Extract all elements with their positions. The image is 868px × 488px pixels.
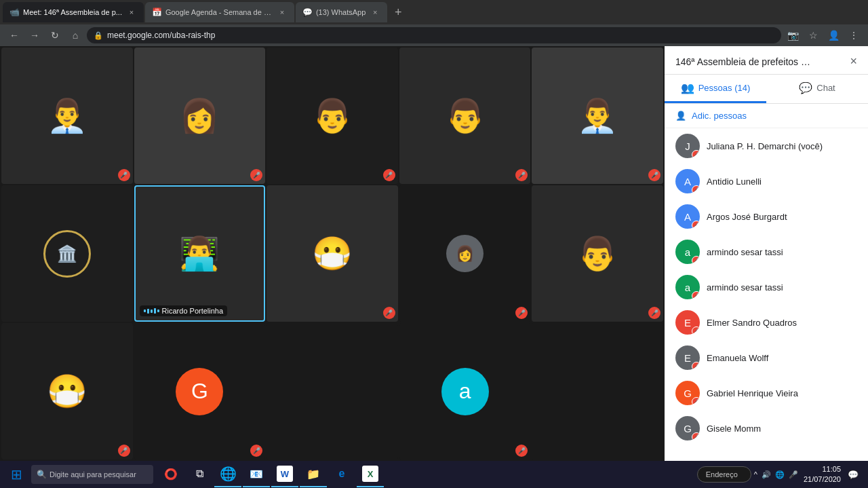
avatar-gisele: G 🎤 <box>675 416 700 440</box>
nav-icons-right: 📷 ☆ 👤 ⋮ <box>784 26 863 44</box>
tab-meet-title: Meet: 146ª Assembleia de p... <box>23 8 122 16</box>
taskbar-app-edge[interactable]: e <box>328 462 355 487</box>
excel-icon: X <box>362 466 378 482</box>
taskbar-app-word[interactable]: W <box>271 462 298 487</box>
address-text: meet.google.com/uba-rais-thp <box>107 31 215 40</box>
avatar-emanuela-initial: E <box>684 352 691 364</box>
person-name-antidio: Antidio Lunelli <box>707 176 857 187</box>
mute-badge-14: 🎤 <box>515 445 528 457</box>
speaker-name-label: Ricardo Portelinha <box>162 307 224 315</box>
network-icon[interactable]: 🌐 <box>775 470 785 479</box>
tab-meet-close[interactable]: × <box>126 7 137 18</box>
sound-bar-3 <box>151 309 153 313</box>
panel-close-button[interactable]: × <box>850 54 857 69</box>
new-tab-button[interactable]: + <box>389 3 408 22</box>
video-grid: 👨‍💼 🎤 👩 🎤 👨 🎤 👨 🎤 👨‍💼 🎤 🏛️ 👨‍💻 <box>0 46 665 461</box>
person-item-argos: A 🎤 Argos José Burgardt <box>665 199 868 234</box>
mute-badge-9: 🎤 <box>515 307 528 319</box>
avatar-orange: G <box>176 368 223 415</box>
address-field[interactable]: Endereço <box>697 466 751 483</box>
profile-icon[interactable]: 👤 <box>825 26 842 44</box>
person-item-armindo2: a 🎤 armindo sesar tassi <box>665 269 868 305</box>
mute-armindo2: 🎤 <box>692 291 700 299</box>
participant-photo-7: 👨‍💻 <box>136 187 264 320</box>
tray-chevron[interactable]: ^ <box>754 470 757 478</box>
person-name-gisele: Gisele Momm <box>707 424 857 434</box>
taskbar-app-taskview[interactable]: ⧉ <box>186 462 213 487</box>
explorer-icon: 📁 <box>305 466 321 482</box>
person-item-elmer: E 🎤 Elmer Sandro Quadros <box>665 305 868 340</box>
add-people-label: Adic. pessoas <box>692 111 747 121</box>
taskbar-app-outlook[interactable]: 📧 <box>243 462 270 487</box>
tab-chat[interactable]: 💬 Chat <box>766 75 868 103</box>
main-content: 👨‍💼 🎤 👩 🎤 👨 🎤 👨 🎤 👨‍💼 🎤 🏛️ 👨‍💻 <box>0 46 868 461</box>
avatar-argos: A 🎤 <box>675 204 700 229</box>
start-button[interactable]: ⊞ <box>3 462 30 487</box>
participant-photo-1: 👨‍💼 <box>1 48 133 184</box>
home-button[interactable]: ⌂ <box>66 26 84 44</box>
participant-photo-3: 👨 <box>267 48 398 184</box>
people-tab-label: Pessoas (14) <box>698 83 751 93</box>
sound-bar-5 <box>157 309 159 312</box>
tab-agenda[interactable]: 📅 Google Agenda - Semana de 19... × <box>145 2 294 22</box>
mute-armindo1: 🎤 <box>692 256 700 264</box>
avatar-armindo1: a 🎤 <box>675 240 700 264</box>
address-bar[interactable]: 🔒 meet.google.com/uba-rais-thp <box>87 27 781 43</box>
person-name-gabriel: Gabriel Henrique Vieira <box>707 388 857 398</box>
avatar-juliana: J 🎤 <box>675 134 700 158</box>
tab-meet[interactable]: 📹 Meet: 146ª Assembleia de p... × <box>3 2 144 22</box>
mute-emanuela: 🎤 <box>692 362 700 370</box>
volume-icon[interactable]: 🔊 <box>762 470 771 479</box>
tab-whatsapp[interactable]: 💬 (13) WhatsApp × <box>296 2 387 22</box>
reload-button[interactable]: ↻ <box>46 26 64 44</box>
taskbar-search[interactable]: 🔍 Digite aqui para pesquisar <box>31 465 153 484</box>
taskbar-app-excel[interactable]: X <box>357 462 384 487</box>
video-cell-3: 👨 🎤 <box>267 48 398 184</box>
menu-icon[interactable]: ⋮ <box>845 26 863 44</box>
search-placeholder: Digite aqui para pesquisar <box>50 470 136 478</box>
bookmark-icon[interactable]: ☆ <box>804 26 822 44</box>
person-item-gisele: G 🎤 Gisele Momm <box>665 411 868 446</box>
video-cell-6: 🏛️ <box>1 185 133 322</box>
taskbar-app-chrome[interactable]: 🌐 <box>214 462 241 487</box>
participant-photo-10: 👨 <box>532 185 663 322</box>
tab-agenda-title: Google Agenda - Semana de 19... <box>165 8 273 16</box>
people-tab-icon: 👥 <box>681 81 694 94</box>
add-people-button[interactable]: 👤 Adic. pessoas <box>665 104 868 128</box>
nav-bar: ← → ↻ ⌂ 🔒 meet.google.com/uba-rais-thp 📷… <box>0 24 868 46</box>
video-cell-8: 😷 🎤 <box>267 185 398 322</box>
avatar-elmer: E 🎤 <box>675 310 700 335</box>
notification-icon[interactable]: 💬 <box>846 468 860 481</box>
avatar-teal: a <box>441 368 489 415</box>
person-item-gabriel: G 🎤 Gabriel Henrique Vieira <box>665 375 868 411</box>
panel-tabs: 👥 Pessoas (14) 💬 Chat <box>665 75 868 104</box>
side-panel: 146ª Assembleia de prefeitos da... × 👥 P… <box>665 46 868 461</box>
video-cell-7: 👨‍💻 Ricardo Portelinha <box>134 185 266 322</box>
camera-icon[interactable]: 📷 <box>784 26 802 44</box>
video-cell-9: 👩 🎤 <box>399 185 531 322</box>
mute-juliana: 🎤 <box>692 150 700 158</box>
avatar-elmer-initial: E <box>684 317 691 329</box>
sound-bars <box>144 308 159 314</box>
taskbar-app-cortana[interactable]: ⭕ <box>157 462 184 487</box>
video-cell-12: G 🎤 <box>134 323 266 459</box>
person-name-juliana: Juliana P. H. Demarchi (você) <box>707 141 857 151</box>
tab-bar: 📹 Meet: 146ª Assembleia de p... × 📅 Goog… <box>0 0 868 24</box>
forward-button[interactable]: → <box>26 26 43 44</box>
people-list: J 🎤 Juliana P. H. Demarchi (você) A 🎤 An… <box>665 128 868 461</box>
system-tray: ^ 🔊 🌐 🎤 <box>754 470 798 479</box>
avatar-armindo2-initial: a <box>685 282 690 293</box>
panel-header: 146ª Assembleia de prefeitos da... × <box>665 46 868 75</box>
person-item-emanuela: E 🎤 Emanuela Wolff <box>665 340 868 375</box>
taskbar-app-explorer[interactable]: 📁 <box>300 462 327 487</box>
tab-agenda-close[interactable]: × <box>277 7 288 18</box>
agenda-favicon: 📅 <box>152 7 161 17</box>
mute-badge-10: 🎤 <box>648 307 660 319</box>
tab-whatsapp-close[interactable]: × <box>370 7 380 18</box>
browser-chrome: 📹 Meet: 146ª Assembleia de p... × 📅 Goog… <box>0 0 868 46</box>
mic-icon[interactable]: 🎤 <box>789 470 798 479</box>
tab-people[interactable]: 👥 Pessoas (14) <box>665 75 766 103</box>
back-button[interactable]: ← <box>5 26 23 44</box>
person-name-armindo1: armindo sesar tassi <box>707 247 857 257</box>
video-cell-15 <box>532 323 663 459</box>
